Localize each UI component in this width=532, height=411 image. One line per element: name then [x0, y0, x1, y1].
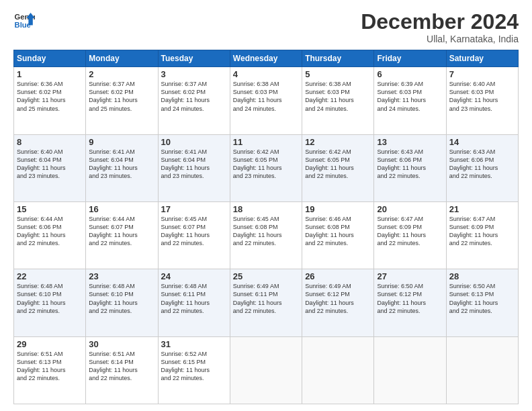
calendar-cell: [230, 336, 302, 404]
day-number: 15: [17, 204, 83, 214]
day-info: Sunrise: 6:52 AM Sunset: 6:15 PM Dayligh…: [161, 350, 227, 383]
calendar-cell: 29Sunrise: 6:51 AM Sunset: 6:13 PM Dayli…: [14, 336, 86, 404]
calendar-week-2: 8Sunrise: 6:40 AM Sunset: 6:04 PM Daylig…: [14, 134, 519, 201]
day-number: 2: [89, 69, 154, 79]
svg-text:Blue: Blue: [15, 21, 31, 29]
day-info: Sunrise: 6:42 AM Sunset: 6:05 PM Dayligh…: [233, 148, 299, 181]
day-info: Sunrise: 6:40 AM Sunset: 6:04 PM Dayligh…: [17, 148, 83, 181]
calendar-cell: 30Sunrise: 6:51 AM Sunset: 6:14 PM Dayli…: [86, 336, 158, 404]
calendar-cell: 21Sunrise: 6:47 AM Sunset: 6:09 PM Dayli…: [446, 201, 518, 269]
calendar-cell: 26Sunrise: 6:49 AM Sunset: 6:12 PM Dayli…: [302, 269, 374, 336]
day-info: Sunrise: 6:37 AM Sunset: 6:02 PM Dayligh…: [89, 80, 154, 113]
day-info: Sunrise: 6:46 AM Sunset: 6:08 PM Dayligh…: [305, 215, 371, 248]
day-number: 19: [305, 204, 371, 214]
day-info: Sunrise: 6:48 AM Sunset: 6:11 PM Dayligh…: [161, 282, 227, 315]
header: General Blue December 2024 Ullal, Karnat…: [13, 10, 519, 44]
calendar-table: Sunday Monday Tuesday Wednesday Thursday…: [13, 50, 519, 404]
day-info: Sunrise: 6:49 AM Sunset: 6:11 PM Dayligh…: [233, 282, 299, 315]
day-info: Sunrise: 6:39 AM Sunset: 6:03 PM Dayligh…: [377, 80, 443, 113]
calendar-cell: 11Sunrise: 6:42 AM Sunset: 6:05 PM Dayli…: [230, 134, 302, 201]
col-tuesday: Tuesday: [158, 50, 230, 67]
calendar-cell: 31Sunrise: 6:52 AM Sunset: 6:15 PM Dayli…: [158, 336, 230, 404]
day-info: Sunrise: 6:38 AM Sunset: 6:03 PM Dayligh…: [305, 80, 371, 113]
calendar-cell: 12Sunrise: 6:42 AM Sunset: 6:05 PM Dayli…: [302, 134, 374, 201]
calendar-cell: 19Sunrise: 6:46 AM Sunset: 6:08 PM Dayli…: [302, 201, 374, 269]
day-number: 12: [305, 137, 371, 147]
page: General Blue December 2024 Ullal, Karnat…: [0, 0, 532, 411]
location: Ullal, Karnataka, India: [361, 34, 519, 44]
calendar-cell: 20Sunrise: 6:47 AM Sunset: 6:09 PM Dayli…: [374, 201, 446, 269]
day-number: 9: [89, 137, 154, 147]
logo: General Blue: [13, 10, 35, 32]
day-number: 18: [233, 204, 299, 214]
day-info: Sunrise: 6:43 AM Sunset: 6:06 PM Dayligh…: [377, 148, 443, 181]
col-monday: Monday: [86, 50, 158, 67]
day-number: 29: [17, 339, 83, 349]
day-info: Sunrise: 6:48 AM Sunset: 6:10 PM Dayligh…: [17, 282, 83, 315]
day-info: Sunrise: 6:47 AM Sunset: 6:09 PM Dayligh…: [377, 215, 443, 248]
col-friday: Friday: [374, 50, 446, 67]
calendar-cell: 14Sunrise: 6:43 AM Sunset: 6:06 PM Dayli…: [446, 134, 518, 201]
day-number: 4: [233, 69, 299, 79]
calendar-cell: 2Sunrise: 6:37 AM Sunset: 6:02 PM Daylig…: [86, 67, 158, 134]
col-wednesday: Wednesday: [230, 50, 302, 67]
day-info: Sunrise: 6:42 AM Sunset: 6:05 PM Dayligh…: [305, 148, 371, 181]
calendar-cell: 27Sunrise: 6:50 AM Sunset: 6:12 PM Dayli…: [374, 269, 446, 336]
calendar-cell: [446, 336, 518, 404]
day-number: 16: [89, 204, 154, 214]
calendar-cell: 22Sunrise: 6:48 AM Sunset: 6:10 PM Dayli…: [14, 269, 86, 336]
day-info: Sunrise: 6:37 AM Sunset: 6:02 PM Dayligh…: [161, 80, 227, 113]
col-thursday: Thursday: [302, 50, 374, 67]
calendar-cell: [374, 336, 446, 404]
col-saturday: Saturday: [446, 50, 518, 67]
calendar-cell: 7Sunrise: 6:40 AM Sunset: 6:03 PM Daylig…: [446, 67, 518, 134]
day-number: 11: [233, 137, 299, 147]
day-number: 8: [17, 137, 83, 147]
calendar-cell: [302, 336, 374, 404]
day-number: 22: [17, 271, 83, 281]
day-number: 13: [377, 137, 443, 147]
day-number: 7: [449, 69, 515, 79]
day-number: 25: [233, 271, 299, 281]
calendar-week-3: 15Sunrise: 6:44 AM Sunset: 6:06 PM Dayli…: [14, 201, 519, 269]
calendar-cell: 28Sunrise: 6:50 AM Sunset: 6:13 PM Dayli…: [446, 269, 518, 336]
calendar-cell: 1Sunrise: 6:36 AM Sunset: 6:02 PM Daylig…: [14, 67, 86, 134]
day-info: Sunrise: 6:47 AM Sunset: 6:09 PM Dayligh…: [449, 215, 515, 248]
col-sunday: Sunday: [14, 50, 86, 67]
calendar-cell: 3Sunrise: 6:37 AM Sunset: 6:02 PM Daylig…: [158, 67, 230, 134]
calendar-cell: 16Sunrise: 6:44 AM Sunset: 6:07 PM Dayli…: [86, 201, 158, 269]
day-info: Sunrise: 6:41 AM Sunset: 6:04 PM Dayligh…: [161, 148, 227, 181]
calendar-week-1: 1Sunrise: 6:36 AM Sunset: 6:02 PM Daylig…: [14, 67, 519, 134]
calendar-cell: 15Sunrise: 6:44 AM Sunset: 6:06 PM Dayli…: [14, 201, 86, 269]
day-info: Sunrise: 6:50 AM Sunset: 6:13 PM Dayligh…: [449, 282, 515, 315]
day-info: Sunrise: 6:51 AM Sunset: 6:13 PM Dayligh…: [17, 350, 83, 383]
day-info: Sunrise: 6:51 AM Sunset: 6:14 PM Dayligh…: [89, 350, 154, 383]
day-info: Sunrise: 6:44 AM Sunset: 6:07 PM Dayligh…: [89, 215, 154, 248]
day-number: 20: [377, 204, 443, 214]
day-info: Sunrise: 6:49 AM Sunset: 6:12 PM Dayligh…: [305, 282, 371, 315]
day-number: 21: [449, 204, 515, 214]
day-number: 5: [305, 69, 371, 79]
day-info: Sunrise: 6:45 AM Sunset: 6:08 PM Dayligh…: [233, 215, 299, 248]
day-info: Sunrise: 6:45 AM Sunset: 6:07 PM Dayligh…: [161, 215, 227, 248]
calendar-cell: 25Sunrise: 6:49 AM Sunset: 6:11 PM Dayli…: [230, 269, 302, 336]
day-info: Sunrise: 6:40 AM Sunset: 6:03 PM Dayligh…: [449, 80, 515, 113]
calendar-cell: 24Sunrise: 6:48 AM Sunset: 6:11 PM Dayli…: [158, 269, 230, 336]
day-info: Sunrise: 6:50 AM Sunset: 6:12 PM Dayligh…: [377, 282, 443, 315]
header-row: Sunday Monday Tuesday Wednesday Thursday…: [14, 50, 519, 67]
day-number: 3: [161, 69, 227, 79]
day-info: Sunrise: 6:44 AM Sunset: 6:06 PM Dayligh…: [17, 215, 83, 248]
day-number: 31: [161, 339, 227, 349]
calendar-cell: 10Sunrise: 6:41 AM Sunset: 6:04 PM Dayli…: [158, 134, 230, 201]
calendar-cell: 4Sunrise: 6:38 AM Sunset: 6:03 PM Daylig…: [230, 67, 302, 134]
logo-icon: General Blue: [13, 10, 35, 32]
day-info: Sunrise: 6:48 AM Sunset: 6:10 PM Dayligh…: [89, 282, 154, 315]
day-number: 10: [161, 137, 227, 147]
calendar-cell: 5Sunrise: 6:38 AM Sunset: 6:03 PM Daylig…: [302, 67, 374, 134]
day-number: 23: [89, 271, 154, 281]
calendar-week-5: 29Sunrise: 6:51 AM Sunset: 6:13 PM Dayli…: [14, 336, 519, 404]
day-number: 1: [17, 69, 83, 79]
day-number: 30: [89, 339, 154, 349]
day-info: Sunrise: 6:38 AM Sunset: 6:03 PM Dayligh…: [233, 80, 299, 113]
day-info: Sunrise: 6:36 AM Sunset: 6:02 PM Dayligh…: [17, 80, 83, 113]
